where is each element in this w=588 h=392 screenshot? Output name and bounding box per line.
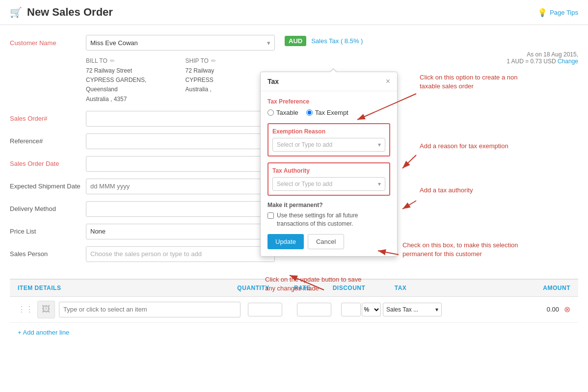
drag-handle-icon[interactable]: ⋮⋮ bbox=[18, 305, 33, 314]
tax-exempt-radio[interactable] bbox=[306, 109, 313, 116]
sales-person-select[interactable]: Choose the sales person or type to add ▾ bbox=[86, 246, 275, 262]
header-left: 🛒 New Sales Order bbox=[10, 6, 113, 19]
sales-order-date-input[interactable]: 14 Sep 2015 bbox=[86, 156, 275, 172]
price-list-value: None bbox=[90, 228, 106, 235]
price-list-label: Price List bbox=[10, 228, 86, 235]
tax-exempt-option[interactable]: Tax Exempt bbox=[306, 109, 348, 116]
ship-to-label: SHIP TO ✏ bbox=[186, 57, 275, 64]
main-content: Customer Name Miss Eve Cowan ▾ BILL TO ✏… bbox=[0, 25, 588, 352]
reference-label: Reference# bbox=[10, 137, 86, 145]
chevron-down-icon: ▾ bbox=[435, 306, 438, 313]
exchange-rate: 1 AUD = 0.73 USD Change bbox=[507, 58, 578, 65]
lightbulb-icon: 💡 bbox=[537, 8, 547, 17]
annotation-4: Check on this box, to make this selectio… bbox=[402, 241, 520, 259]
customer-name-value: Miss Eve Cowan bbox=[90, 39, 138, 47]
close-icon[interactable]: × bbox=[386, 77, 390, 86]
bill-to-label: BILL TO ✏ bbox=[86, 57, 176, 64]
tax-authority-box: Tax Authority Select or Type to add ▾ bbox=[267, 162, 390, 196]
exemption-reason-label: Exemption Reason bbox=[272, 128, 385, 135]
tax-select[interactable]: Sales Tax ... ▾ bbox=[383, 303, 442, 316]
item-select-input[interactable] bbox=[59, 302, 241, 317]
sales-order-label: Sales Order# bbox=[10, 115, 86, 122]
tax-authority-select[interactable]: Select or Type to add ▾ bbox=[272, 177, 385, 191]
delivery-method-select[interactable]: ▾ bbox=[86, 201, 275, 217]
annotation-1: Click on this option to create a non tax… bbox=[420, 73, 528, 91]
bill-to-block: BILL TO ✏ 72 Railway StreetCYPRESS GARDE… bbox=[86, 57, 176, 104]
currency-badge[interactable]: AUD bbox=[285, 36, 306, 46]
exchange-change-link[interactable]: Change bbox=[558, 58, 578, 65]
modal-header: Tax × bbox=[261, 72, 397, 91]
taxable-option[interactable]: Taxable bbox=[267, 109, 298, 116]
exchange-date: As on 18 Aug 2015, bbox=[507, 51, 578, 58]
tax-value: Sales Tax ... bbox=[386, 306, 418, 313]
tax-cell: Sales Tax ... ▾ bbox=[383, 303, 442, 316]
permanent-section: Make it permanent? Use these settings fo… bbox=[267, 202, 390, 228]
amount-cell: 0.00 bbox=[442, 306, 559, 313]
customer-name-label: Customer Name bbox=[10, 39, 86, 47]
ship-edit-icon[interactable]: ✏ bbox=[211, 57, 216, 64]
table-row: ⋮⋮ 🖼 1.00 0.00 0 % flat Sales Tax ... bbox=[10, 297, 578, 323]
discount-type-select[interactable]: % flat bbox=[362, 303, 381, 316]
bill-address: 72 Railway StreetCYPRESS GARDENS, Queens… bbox=[86, 66, 176, 104]
modal-body: Tax Preference Taxable Tax Exempt Exempt… bbox=[261, 91, 397, 256]
taxable-label: Taxable bbox=[276, 109, 298, 116]
chevron-down-icon: ▾ bbox=[378, 141, 381, 148]
add-another-line[interactable]: + Add another line bbox=[10, 323, 578, 342]
sales-person-row: Sales Person Choose the sales person or … bbox=[10, 246, 275, 262]
sales-person-label: Sales Person bbox=[10, 250, 86, 258]
tax-preference-label: Tax Preference bbox=[267, 98, 390, 105]
reference-row: Reference# bbox=[10, 133, 275, 149]
cancel-button[interactable]: Cancel bbox=[308, 234, 344, 249]
expected-shipment-input[interactable] bbox=[86, 179, 275, 194]
update-button[interactable]: Update bbox=[267, 234, 304, 249]
col-header-item: ITEM DETAILS bbox=[18, 285, 229, 291]
cart-icon: 🛒 bbox=[10, 6, 22, 18]
price-list-row: Price List None ⇅ bbox=[10, 224, 275, 239]
address-section: BILL TO ✏ 72 Railway StreetCYPRESS GARDE… bbox=[86, 57, 275, 104]
col-header-amount: AMOUNT bbox=[430, 285, 570, 291]
exemption-reason-select[interactable]: Select or Type to add ▾ bbox=[272, 138, 385, 152]
exchange-info: As on 18 Aug 2015, 1 AUD = 0.73 USD Chan… bbox=[507, 51, 578, 65]
tax-exempt-label: Tax Exempt bbox=[315, 109, 348, 116]
taxable-radio[interactable] bbox=[267, 109, 274, 116]
annotation-2: Add a reason for tax exemption bbox=[420, 142, 513, 151]
annotation-5: Click on the update button to save any c… bbox=[265, 275, 373, 293]
price-list-select[interactable]: None ⇅ bbox=[86, 224, 275, 239]
permanent-checkbox-row: Use these settings for all future transa… bbox=[267, 211, 390, 228]
image-placeholder-icon: 🖼 bbox=[42, 304, 51, 314]
page-tips-label: Page Tips bbox=[550, 9, 578, 16]
chevron-down-icon: ▾ bbox=[267, 39, 270, 47]
discount-input[interactable]: 0 bbox=[341, 303, 361, 316]
annotation-3: Add a tax authority bbox=[420, 186, 513, 195]
page-title: New Sales Order bbox=[27, 6, 113, 19]
modal-actions: Update Cancel bbox=[267, 234, 390, 249]
sales-order-date-row: Sales Order Date 14 Sep 2015 bbox=[10, 156, 275, 172]
sales-person-placeholder: Choose the sales person or type to add bbox=[90, 250, 202, 258]
quantity-cell: 1.00 bbox=[241, 303, 290, 316]
rate-input[interactable]: 0.00 bbox=[297, 303, 331, 316]
currency-row: AUD Sales Tax ( 8.5% ) bbox=[285, 36, 363, 46]
discount-cell: 0 % flat bbox=[339, 303, 383, 316]
edit-icon[interactable]: ✏ bbox=[110, 57, 115, 64]
delivery-method-row: Delivery Method ▾ bbox=[10, 201, 275, 217]
tax-preference-options: Taxable Tax Exempt bbox=[267, 109, 390, 116]
tax-modal: Tax × Tax Preference Taxable Tax Exempt … bbox=[260, 72, 398, 257]
page-tips-link[interactable]: 💡 Page Tips bbox=[537, 8, 578, 17]
customer-name-row: Customer Name Miss Eve Cowan ▾ bbox=[10, 35, 275, 51]
quantity-input[interactable]: 1.00 bbox=[248, 303, 282, 316]
tax-authority-label: Tax Authority bbox=[272, 167, 385, 174]
permanent-checkbox[interactable] bbox=[267, 212, 274, 219]
sales-order-date-label: Sales Order Date bbox=[10, 160, 86, 167]
delete-row-icon[interactable]: ⊗ bbox=[564, 305, 570, 314]
rate-cell: 0.00 bbox=[290, 303, 339, 316]
page-header: 🛒 New Sales Order 💡 Page Tips bbox=[0, 0, 588, 25]
item-image: 🖼 bbox=[37, 301, 55, 318]
exemption-reason-placeholder: Select or Type to add bbox=[277, 141, 332, 148]
customer-name-select[interactable]: Miss Eve Cowan ▾ bbox=[86, 35, 275, 51]
sales-order-input[interactable]: SO-00031 bbox=[86, 111, 275, 127]
chevron-down-icon: ▾ bbox=[378, 181, 381, 187]
reference-input[interactable] bbox=[86, 133, 275, 149]
sales-tax-link[interactable]: Sales Tax ( 8.5% ) bbox=[311, 37, 363, 45]
sales-order-row: Sales Order# SO-00031 bbox=[10, 111, 275, 127]
expected-shipment-row: Expected Shipment Date bbox=[10, 179, 275, 194]
